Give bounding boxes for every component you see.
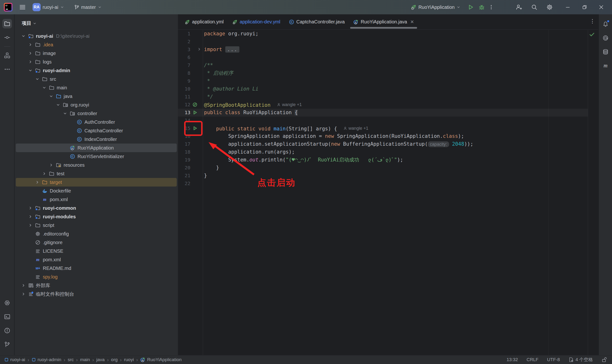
code-line-11[interactable]: 11 */ xyxy=(178,93,588,101)
tool-window-button-project[interactable] xyxy=(2,19,12,28)
debug-button[interactable] xyxy=(479,4,485,10)
tree-item-ruoyi-ai[interactable]: ruoyi-aiD:\gitee\ruoyi-ai xyxy=(16,32,177,40)
breadcrumb-item-ruoyi[interactable]: ruoyi xyxy=(124,357,134,362)
window-close-button[interactable] xyxy=(596,5,607,10)
search-icon[interactable] xyxy=(531,4,537,10)
code-editor[interactable]: 1package org.ruoyi;23import ...67/**8 * … xyxy=(178,30,598,355)
chevron-right-icon[interactable] xyxy=(28,51,35,55)
chevron-right-icon[interactable] xyxy=(21,292,28,296)
code-line-19[interactable]: 19 System.out.println("(♥◠‿◠)ﾉﾞ RuoYiAi启… xyxy=(178,156,588,164)
tree-item-pom.xml[interactable]: mpom.xml xyxy=(16,255,177,264)
run-configuration-widget[interactable]: RuoYiApplication xyxy=(409,3,462,12)
tool-window-button-notifications[interactable] xyxy=(601,19,610,29)
status-widget-encoding[interactable]: UTF-8 xyxy=(547,357,560,362)
tree-item-IndexController[interactable]: CIndexController xyxy=(16,135,177,143)
breadcrumb-item-src[interactable]: src xyxy=(68,357,74,362)
tree-item-logs[interactable]: logs xyxy=(16,58,177,66)
chevron-down-icon[interactable] xyxy=(42,86,49,90)
tree-item-src[interactable]: src xyxy=(16,75,177,83)
chevron-right-icon[interactable] xyxy=(28,42,35,47)
tree-item-main[interactable]: main xyxy=(16,83,177,92)
add-user-icon[interactable] xyxy=(516,4,522,10)
status-widget-readonly-toggle[interactable] xyxy=(601,357,607,363)
chevron-right-icon[interactable] xyxy=(21,283,28,287)
chevron-down-icon[interactable] xyxy=(35,77,42,81)
tree-item-AuthController[interactable]: CAuthController xyxy=(16,118,177,126)
hamburger-menu-icon[interactable] xyxy=(19,4,26,11)
tool-window-button-terminal[interactable] xyxy=(2,312,12,322)
tree-item-controller[interactable]: controller xyxy=(16,109,177,118)
tree-item-pom.xml[interactable]: mpom.xml xyxy=(16,195,177,204)
chevron-right-icon[interactable] xyxy=(42,171,49,176)
code-line-22[interactable]: 22 xyxy=(178,180,588,187)
chevron-right-icon[interactable] xyxy=(35,180,42,184)
tool-window-button-commit[interactable] xyxy=(2,33,12,42)
spring-bean-gutter-icon[interactable] xyxy=(192,102,197,107)
tree-item-test[interactable]: test xyxy=(16,169,177,178)
tree-item-LICENSE[interactable]: LICENSE xyxy=(16,247,177,255)
run-gutter-icon[interactable] xyxy=(192,110,197,115)
chevron-right-icon[interactable] xyxy=(49,163,56,167)
tree-item-RuoYiApplication[interactable]: CRuoYiApplication xyxy=(16,143,177,152)
tree-item-java[interactable]: java xyxy=(16,92,177,101)
breadcrumb-item-ruoyi-ai[interactable]: ruoyi-ai xyxy=(4,357,25,362)
tree-item-ruoyi-admin[interactable]: ruoyi-admin xyxy=(16,66,177,75)
chevron-down-icon[interactable] xyxy=(49,94,56,98)
chevron-right-icon[interactable] xyxy=(28,60,35,64)
code-line-3[interactable]: 3import ... xyxy=(178,46,588,53)
code-line-13[interactable]: 13public class RuoYiApplication { xyxy=(178,109,588,117)
tree-item-外部库[interactable]: 外部库 xyxy=(16,281,177,290)
tree-item-临时文件和控制台[interactable]: 临时文件和控制台 xyxy=(16,290,177,298)
tree-item-.idea[interactable]: .idea xyxy=(16,40,177,49)
vcs-widget[interactable]: master xyxy=(72,3,104,12)
tool-window-button-more-tools[interactable] xyxy=(2,65,12,74)
tree-item-image[interactable]: image xyxy=(16,49,177,58)
tool-window-button-version-control[interactable] xyxy=(2,340,12,349)
breadcrumb-item-main[interactable]: main xyxy=(80,357,90,362)
tree-item-.gitignore[interactable]: .gitignore xyxy=(16,238,177,247)
author-inlay-hint[interactable]: wangle +1 xyxy=(277,101,302,109)
tab-application.yml[interactable]: application.yml xyxy=(180,14,228,29)
tree-item-spy.log[interactable]: spy.log xyxy=(16,273,177,281)
breadcrumb-item-RuoYiApplication[interactable]: CRuoYiApplication xyxy=(140,357,181,362)
tree-item-CaptchaController[interactable]: CCaptchaController xyxy=(16,126,177,135)
chevron-down-icon[interactable] xyxy=(56,103,63,107)
breadcrumb-item-java[interactable]: java xyxy=(96,357,105,362)
settings-gear-icon[interactable] xyxy=(546,4,553,10)
code-line-20[interactable]: 20 } xyxy=(178,164,588,172)
chevron-down-icon[interactable] xyxy=(28,68,35,73)
tab-application-dev.yml[interactable]: application-dev.yml xyxy=(228,14,285,29)
status-widget-line-ending[interactable]: CRLF xyxy=(527,357,539,362)
code-line-10[interactable]: 10 * @author Lion Li xyxy=(178,85,588,93)
code-line-1[interactable]: 1package org.ruoyi; xyxy=(178,30,588,38)
run-button[interactable] xyxy=(468,4,474,10)
code-line-8[interactable]: 8 * 启动程序 xyxy=(178,69,588,77)
author-inlay-hint[interactable]: wangle +1 xyxy=(343,124,368,132)
inspections-ok-check-icon[interactable] xyxy=(589,31,595,38)
tree-item-org.ruoyi[interactable]: org.ruoyi xyxy=(16,101,177,109)
tab-RuoYiApplication.java[interactable]: CRuoYiApplication.java✕ xyxy=(349,14,418,29)
tool-window-button-structure[interactable] xyxy=(2,51,12,60)
code-line-15[interactable]: 15 public static void main(String[] args… xyxy=(178,124,588,132)
code-line-9[interactable]: 9 * xyxy=(178,77,588,85)
tree-item-ruoyi-modules[interactable]: ruoyi-modules xyxy=(16,212,177,221)
chevron-down-icon[interactable] xyxy=(21,34,28,38)
project-widget[interactable]: RA ruoyi-ai xyxy=(31,2,66,13)
more-actions-icon[interactable] xyxy=(489,5,494,10)
tree-item-ruoyi-common[interactable]: ruoyi-common xyxy=(16,204,177,212)
tool-window-button-ai-assistant[interactable] xyxy=(601,33,610,43)
project-panel-header[interactable]: 项目 xyxy=(14,14,178,26)
code-line-6[interactable]: 6 xyxy=(178,53,588,61)
breadcrumb-item-org[interactable]: org xyxy=(111,357,117,362)
code-line-2[interactable]: 2 xyxy=(178,38,588,46)
tab-list-more-icon[interactable]: ⋮ xyxy=(590,18,595,24)
tree-item-.editorconfig[interactable]: .editorconfig xyxy=(16,230,177,238)
code-line-14[interactable]: 14 xyxy=(178,117,588,124)
code-line-16[interactable]: 16 SpringApplication application = new S… xyxy=(178,132,588,140)
chevron-right-icon[interactable] xyxy=(28,214,35,219)
fold-chevron-icon[interactable] xyxy=(197,47,201,51)
breadcrumb-item-ruoyi-admin[interactable]: ruoyi-admin xyxy=(32,357,61,362)
tool-window-button-maven[interactable]: m xyxy=(601,61,610,70)
code-line-18[interactable]: 18 application.run(args); xyxy=(178,148,588,156)
tool-window-button-database[interactable] xyxy=(601,47,610,57)
